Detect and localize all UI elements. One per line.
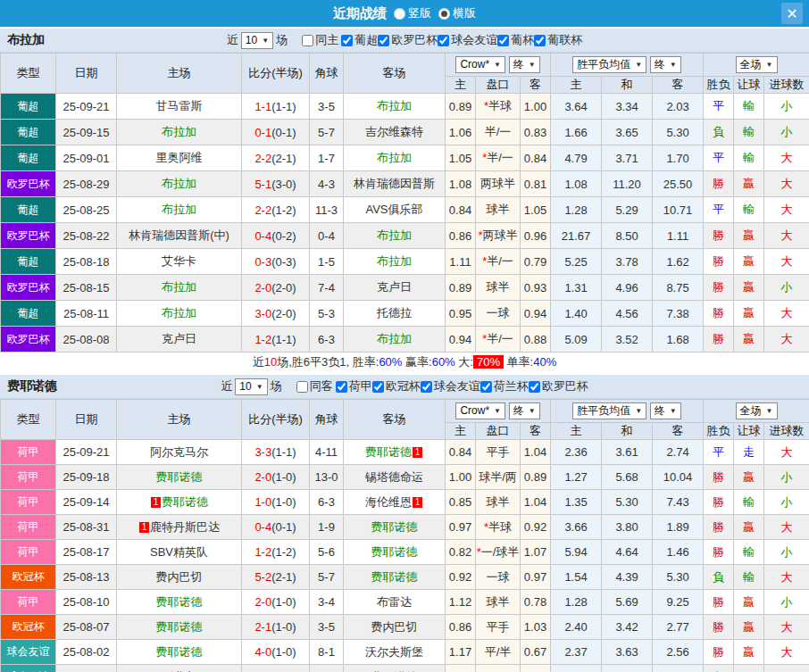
league-badge: 荷甲 — [1, 440, 56, 465]
home-odds: 1.05 — [446, 145, 476, 171]
chevron-down-icon: ▼ — [494, 61, 501, 69]
checkbox-icon[interactable] — [378, 35, 389, 46]
scope-select[interactable]: 全场▼ — [736, 56, 778, 73]
league-filter-checkbox[interactable]: 葡杯 — [497, 32, 534, 48]
home-odds: 0.89 — [446, 94, 476, 120]
home-odds: 0.94 — [446, 327, 476, 353]
home-odds: 1.08 — [446, 171, 476, 197]
away-odds: 1.04 — [521, 490, 551, 515]
col-score: 比分(半场) — [242, 54, 310, 94]
table-row: 欧冠杯25-08-13费内巴切5-2(2-1)5-7费耶诺德0.92一球0.97… — [1, 565, 809, 590]
close-icon[interactable]: ✕ — [781, 3, 803, 24]
away-odds: 0.81 — [521, 171, 551, 197]
result-wdl: 勝 — [704, 540, 734, 565]
corner-score: 4-3 — [310, 665, 344, 672]
home-team: SBV精英队 — [117, 540, 242, 565]
league-filter-checkbox[interactable]: 欧罗巴杯 — [378, 32, 438, 48]
league-badge: 荷甲 — [1, 590, 56, 615]
col-odds-away: 客 — [521, 423, 551, 440]
avg-draw: 5.30 — [602, 490, 653, 515]
result-handicap: 贏 — [734, 615, 764, 640]
handicap: 球半 — [476, 590, 521, 615]
away-team: 沃尔夫斯堡 — [344, 640, 446, 665]
recent-results-dialog: 近期战绩 竖版 横版 ✕ 布拉加 近 10▼ 场 同主 葡超欧罗巴杯球会友谊葡杯… — [0, 0, 809, 672]
odds-stage-select[interactable]: 终▼ — [509, 56, 540, 73]
league-filter-checkbox[interactable]: 荷兰杯 — [480, 378, 529, 394]
col-score: 比分(半场) — [242, 400, 310, 440]
checkbox-icon[interactable] — [372, 381, 384, 393]
handicap: *半球 — [476, 515, 521, 540]
avg-stage-select[interactable]: 终▼ — [650, 56, 681, 73]
radio-checked-icon[interactable] — [438, 8, 450, 20]
layout-option-label: 横版 — [453, 5, 476, 21]
avg-type-select[interactable]: 胜平负均值▼ — [572, 56, 646, 73]
corner-score: 5-6 — [310, 540, 344, 565]
league-filter-checkbox[interactable]: 球会友谊 — [421, 378, 480, 394]
checkbox-icon[interactable] — [302, 35, 313, 46]
checkbox-icon[interactable] — [336, 381, 347, 393]
layout-option-horizontal[interactable]: 横版 — [438, 5, 476, 21]
checkbox-icon[interactable] — [480, 381, 492, 393]
league-filter-checkbox[interactable]: 球会友谊 — [438, 32, 497, 48]
col-let: 让球 — [734, 423, 764, 440]
same-venue-checkbox[interactable]: 同客 — [296, 378, 333, 394]
avg-stage-select[interactable]: 终▼ — [650, 402, 681, 419]
away-team: 海伦维恩1 — [344, 490, 446, 515]
league-filter-checkbox[interactable]: 荷甲 — [336, 378, 372, 394]
away-team: 布拉加 — [344, 145, 446, 171]
checkbox-icon[interactable] — [497, 35, 509, 46]
match-date: 25-09-21 — [56, 440, 117, 465]
league-filter-checkbox[interactable]: 葡超 — [341, 32, 378, 48]
checkbox-icon[interactable] — [421, 381, 432, 393]
avg-draw: 3.63 — [602, 640, 653, 665]
checkbox-icon[interactable] — [341, 35, 353, 46]
section-header: 布拉加 近 10▼ 场 同主 葡超欧罗巴杯球会友谊葡杯葡联杯 — [0, 29, 809, 53]
home-team: 林肯瑞德因普斯(中) — [117, 223, 242, 249]
match-count-select[interactable]: 10▼ — [235, 378, 267, 395]
checkbox-icon[interactable] — [438, 35, 449, 46]
same-venue-checkbox[interactable]: 同主 — [302, 32, 338, 48]
result-goals: 大 — [764, 249, 809, 275]
bookmaker-select[interactable]: Crow*▼ — [455, 402, 505, 419]
handicap: 两球半 — [476, 171, 521, 197]
checkbox-icon[interactable] — [534, 35, 546, 46]
league-badge: 荷甲 — [1, 540, 56, 565]
checkbox-icon[interactable] — [296, 381, 308, 393]
result-handicap: 贏 — [734, 327, 764, 353]
corner-score: 1-5 — [310, 249, 344, 275]
bookmaker-select[interactable]: Crow*▼ — [455, 56, 505, 73]
radio-unchecked-icon[interactable] — [394, 8, 405, 20]
match-date: 25-08-31 — [56, 515, 117, 540]
col-type: 类型 — [1, 400, 56, 440]
match-count-select[interactable]: 10▼ — [241, 32, 273, 49]
red-card-badge: 1 — [413, 497, 422, 508]
chevron-down-icon: ▼ — [766, 407, 773, 415]
scope-select[interactable]: 全场▼ — [736, 402, 778, 419]
team-section-braga: 布拉加 近 10▼ 场 同主 葡超欧罗巴杯球会友谊葡杯葡联杯 类型 日期 — [0, 29, 809, 373]
away-odds: 0.67 — [521, 640, 551, 665]
avg-away: 10.04 — [653, 465, 704, 490]
table-row: 欧罗巴杯25-08-22林肯瑞德因普斯(中)0-4(0-2)0-4布拉加0.86… — [1, 223, 809, 249]
corner-score: 3-5 — [310, 94, 344, 120]
avg-away: 10.71 — [653, 197, 704, 223]
result-goals: 大 — [764, 565, 809, 590]
league-filter-checkbox[interactable]: 欧罗巴杯 — [529, 378, 588, 394]
result-handicap: 贏 — [734, 223, 764, 249]
away-odds — [521, 665, 551, 672]
match-score: 2-0(1-0) — [242, 465, 310, 490]
away-team: 费内巴切 — [344, 615, 446, 640]
dialog-title: 近期战绩 — [333, 5, 387, 22]
checkbox-icon[interactable] — [529, 381, 540, 393]
red-card-badge: 1 — [139, 522, 149, 533]
corner-score: 7-4 — [310, 275, 344, 301]
league-filter-checkbox[interactable]: 葡联杯 — [534, 32, 582, 48]
odds-stage-select[interactable]: 终▼ — [509, 402, 540, 419]
layout-option-vertical[interactable]: 竖版 — [394, 5, 431, 21]
avg-type-select[interactable]: 胜平负均值▼ — [572, 402, 646, 419]
table-row: 欧冠杯25-08-07费耶诺德2-1(1-0)3-5费内巴切0.86平手1.03… — [1, 615, 809, 640]
home-odds: 0.85 — [446, 490, 476, 515]
league-filter-checkbox[interactable]: 欧冠杯 — [372, 378, 421, 394]
avg-home: 1.31 — [551, 275, 602, 301]
chevron-down-icon: ▼ — [529, 61, 536, 69]
table-row: 荷甲25-09-18费耶诺德2-0(1-0)13-0锡塔德命运1.00球半/两0… — [1, 465, 809, 490]
